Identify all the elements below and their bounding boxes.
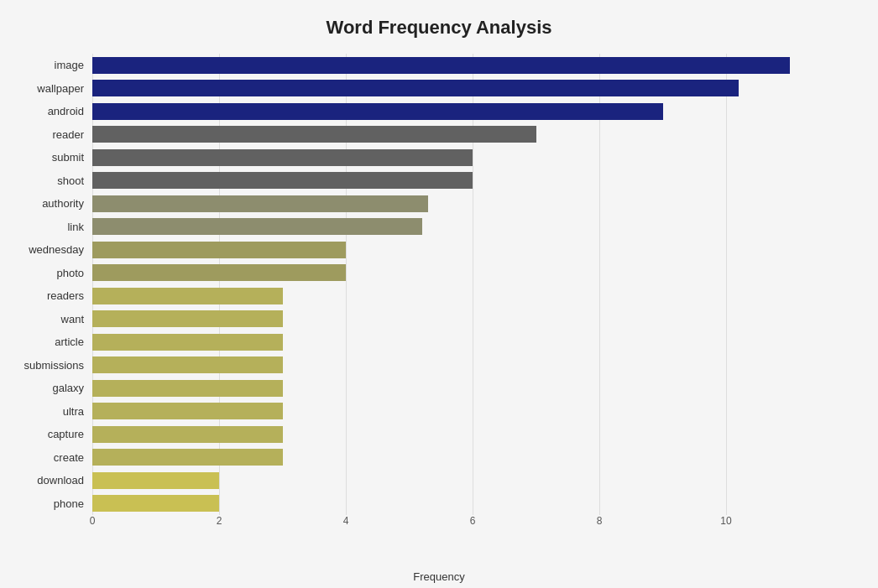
bar-track [92, 195, 853, 212]
bar-label: android [8, 105, 92, 117]
bar-label: wallpaper [8, 82, 92, 95]
bar-track [92, 310, 853, 327]
bar-fill [92, 126, 536, 143]
bar-track [92, 403, 853, 419]
bar-row: photo [92, 262, 853, 284]
bar-row: readers [92, 285, 853, 307]
bar-row: ultra [92, 400, 853, 422]
bar-fill [92, 449, 283, 466]
bar-label: authority [8, 197, 92, 210]
bar-fill [92, 288, 283, 304]
chart-area: imagewallpaperandroidreadersubmitshootau… [92, 54, 853, 540]
bar-label: image [8, 59, 92, 71]
bar-track [92, 426, 853, 443]
bar-label: reader [8, 128, 92, 141]
bar-label: capture [8, 428, 92, 440]
bar-label: phone [8, 497, 92, 510]
bar-track [92, 495, 853, 512]
bar-track [92, 472, 853, 489]
bar-row: submit [92, 147, 853, 169]
chart-title: Word Frequency Analysis [25, 17, 853, 39]
bar-row: image [92, 55, 853, 76]
bar-fill [92, 242, 346, 258]
bar-fill [92, 472, 219, 489]
bar-row: android [92, 101, 853, 122]
bar-fill [92, 310, 283, 327]
bar-label: submissions [8, 359, 92, 372]
bar-track [92, 57, 853, 74]
bar-fill [92, 334, 283, 351]
bar-track [92, 334, 853, 351]
bar-label: wednesday [8, 243, 92, 256]
bar-fill [92, 426, 283, 443]
bar-track [92, 149, 853, 166]
bar-fill [92, 195, 428, 212]
bar-track [92, 242, 853, 258]
bar-label: ultra [8, 405, 92, 418]
x-tick-label: 4 [343, 515, 349, 527]
bar-fill [92, 218, 422, 235]
bar-label: want [8, 313, 92, 325]
bar-fill [92, 103, 663, 120]
bar-label: article [8, 336, 92, 348]
bar-label: create [8, 451, 92, 464]
bar-track [92, 80, 853, 96]
x-tick-label: 10 [720, 515, 731, 527]
bar-row: submissions [92, 354, 853, 376]
bar-fill [92, 356, 283, 373]
bar-track [92, 218, 853, 235]
bar-row: create [92, 446, 853, 468]
x-tick-label: 2 [217, 515, 222, 527]
bar-label: download [8, 474, 92, 487]
bar-track [92, 126, 853, 143]
x-tick-label: 6 [470, 515, 476, 527]
bar-fill [92, 172, 473, 189]
bar-fill [92, 57, 790, 74]
bar-track [92, 449, 853, 466]
bar-label: shoot [8, 174, 92, 187]
bars-wrapper: imagewallpaperandroidreadersubmitshootau… [92, 54, 853, 515]
bar-row: galaxy [92, 377, 853, 399]
bar-row: want [92, 308, 853, 330]
bar-row: shoot [92, 169, 853, 191]
bar-fill [92, 80, 739, 96]
bar-row: wallpaper [92, 77, 853, 99]
bar-track [92, 356, 853, 373]
chart-container: Word Frequency Analysis imagewallpaperan… [0, 0, 878, 588]
x-axis-label: Frequency [25, 570, 853, 583]
bar-label: photo [8, 267, 92, 279]
bar-fill [92, 264, 346, 281]
bar-row: article [92, 331, 853, 353]
bar-row: link [92, 216, 853, 237]
bar-track [92, 288, 853, 304]
bar-track [92, 172, 853, 189]
bar-row: phone [92, 492, 853, 514]
bar-label: submit [8, 151, 92, 164]
bar-row: reader [92, 123, 853, 145]
bar-row: download [92, 470, 853, 492]
bar-row: capture [92, 424, 853, 445]
bar-label: link [8, 221, 92, 233]
bar-track [92, 380, 853, 397]
bar-fill [92, 380, 283, 397]
x-tick-label: 0 [90, 515, 96, 527]
bar-row: authority [92, 193, 853, 215]
x-tick-label: 8 [597, 515, 603, 527]
bar-track [92, 103, 853, 120]
bar-fill [92, 495, 219, 512]
x-axis: 0246810 [92, 515, 853, 540]
bar-track [92, 264, 853, 281]
bar-fill [92, 149, 473, 166]
bar-label: readers [8, 289, 92, 302]
bar-row: wednesday [92, 239, 853, 261]
bar-fill [92, 403, 283, 419]
bar-label: galaxy [8, 382, 92, 394]
